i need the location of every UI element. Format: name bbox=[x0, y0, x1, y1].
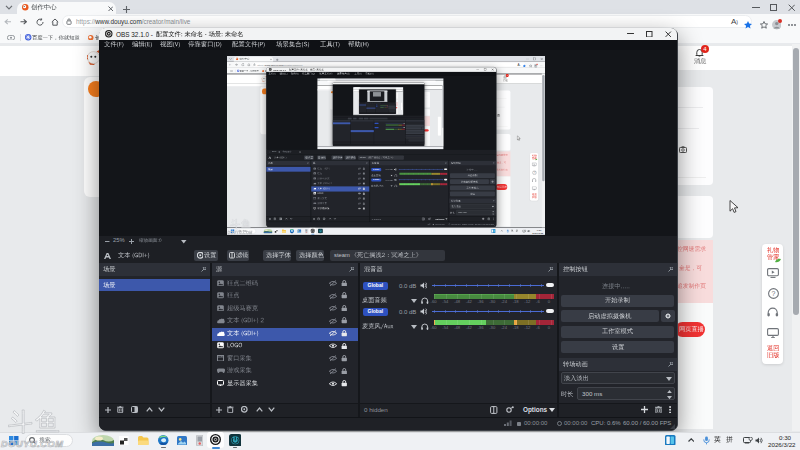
svg-text:?: ? bbox=[771, 289, 775, 296]
